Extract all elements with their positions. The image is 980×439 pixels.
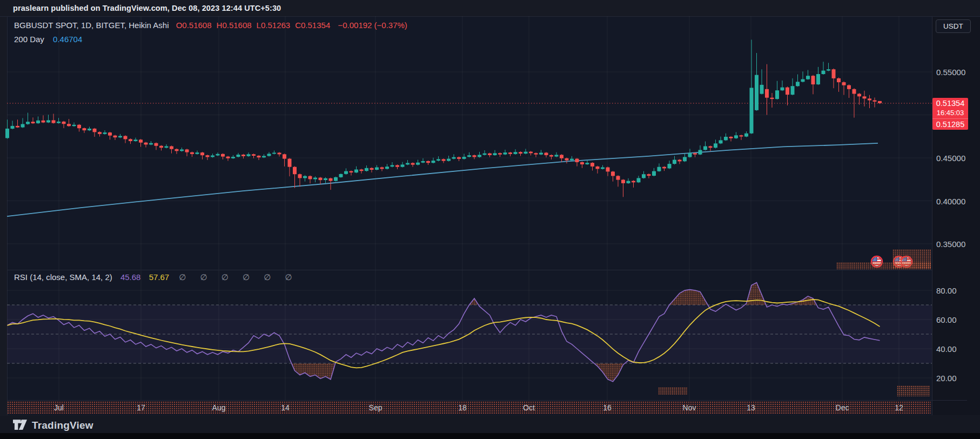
currency-toggle-button[interactable]: USDT bbox=[936, 19, 971, 33]
pane-divider[interactable] bbox=[7, 270, 932, 270]
dotted-event-block bbox=[892, 249, 931, 269]
chart-canvas[interactable] bbox=[0, 0, 980, 439]
footer-bottom-strip bbox=[0, 433, 980, 439]
symbol-title[interactable]: BGBUSDT SPOT, 1D, BITGET, Heikin Ashi bbox=[14, 21, 169, 30]
time-axis-label[interactable]: 17 bbox=[137, 403, 145, 412]
bar-countdown: 16:45:03 bbox=[932, 109, 968, 118]
time-axis-label[interactable]: 16 bbox=[603, 403, 612, 412]
secondary-price-value: 0.51285 bbox=[932, 118, 968, 130]
rsi-axis-label[interactable]: 20.00 bbox=[936, 374, 957, 383]
tradingview-logo-icon bbox=[13, 419, 27, 432]
rsi-axis-label[interactable]: 40.00 bbox=[936, 344, 957, 354]
time-axis-label[interactable]: 13 bbox=[747, 403, 755, 412]
time-axis-label[interactable]: Aug bbox=[212, 403, 226, 412]
time-axis-strip[interactable] bbox=[7, 401, 931, 414]
change-value: −0.00192 (−0.37%) bbox=[338, 21, 407, 30]
ohlc-item: O0.51608 bbox=[176, 21, 212, 30]
last-price-value: 0.51354 bbox=[932, 98, 968, 109]
rsi-legend-row[interactable]: RSI (14, close, SMA, 14, 2) 45.68 57.67 … bbox=[14, 272, 298, 282]
ma-value: 0.46704 bbox=[53, 35, 82, 44]
ohlc-values: O0.51608H0.51608L0.51263C0.51354 bbox=[171, 21, 331, 30]
ohlc-item: H0.51608 bbox=[217, 21, 252, 30]
time-axis-label[interactable]: Dec bbox=[836, 403, 849, 412]
price-axis-label[interactable]: 0.55000 bbox=[936, 68, 965, 77]
dotted-event-block bbox=[897, 385, 930, 396]
ohlc-item: L0.51263 bbox=[257, 21, 291, 30]
time-axis-label[interactable]: Oct bbox=[523, 403, 535, 412]
tradingview-snapshot: praslearn published on TradingView.com, … bbox=[0, 0, 980, 439]
ma-legend-row[interactable]: 200 Day 0.46704 bbox=[14, 35, 82, 44]
price-axis-label[interactable]: 0.45000 bbox=[936, 154, 965, 163]
ohlc-item: C0.51354 bbox=[295, 21, 330, 30]
rsi-value: 45.68 bbox=[120, 272, 141, 282]
dotted-event-block bbox=[658, 387, 688, 395]
price-axis-label[interactable]: 0.35000 bbox=[936, 240, 965, 249]
rsi-sma-value: 57.67 bbox=[149, 272, 170, 282]
rsi-empty-slots: ∅ ∅ ∅ ∅ ∅ ∅ bbox=[179, 272, 298, 282]
rsi-title[interactable]: RSI (14, close, SMA, 14, 2) bbox=[14, 272, 112, 282]
ma-label[interactable]: 200 Day bbox=[14, 35, 44, 44]
time-axis-label[interactable]: Nov bbox=[683, 403, 696, 412]
symbol-legend-row[interactable]: BGBUSDT SPOT, 1D, BITGET, Heikin Ashi O0… bbox=[14, 21, 407, 30]
rsi-axis-label[interactable]: 60.00 bbox=[936, 315, 957, 324]
time-axis-border bbox=[7, 400, 967, 401]
price-axis-label[interactable]: 0.40000 bbox=[936, 197, 965, 206]
tradingview-brand[interactable]: TradingView bbox=[13, 419, 93, 432]
time-axis-label[interactable]: 12 bbox=[895, 403, 903, 412]
rsi-axis-label[interactable]: 80.00 bbox=[936, 286, 957, 295]
time-axis-label[interactable]: 18 bbox=[458, 403, 467, 412]
last-price-badge[interactable]: 0.51354 16:45:03 0.51285 bbox=[932, 98, 968, 130]
time-axis-label[interactable]: Sep bbox=[369, 403, 382, 412]
tradingview-brand-text: TradingView bbox=[32, 420, 93, 431]
time-axis-label[interactable]: Jul bbox=[54, 403, 64, 412]
time-axis-label[interactable]: 14 bbox=[281, 403, 290, 412]
